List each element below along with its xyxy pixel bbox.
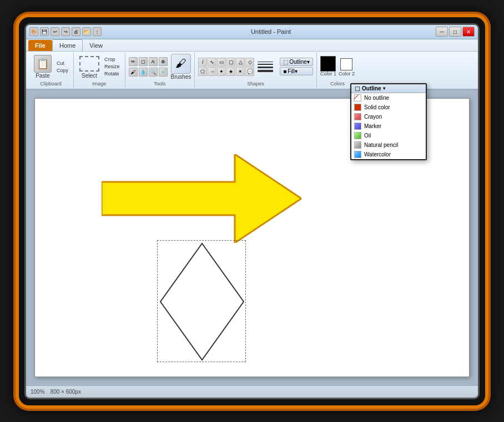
outline-panel: ⬚ Outline ▾ No outline Solid color Crayo… [350, 83, 427, 160]
fill-icon-btn: ■ [283, 68, 286, 74]
rotate-button[interactable]: Rotate [103, 70, 122, 77]
print-icon-btn[interactable]: 🖨 [72, 27, 80, 36]
crayon-label: Crayon [364, 114, 382, 120]
brushes-group: 🖌 Brushes [171, 54, 191, 80]
star6-shape[interactable]: ✶ [236, 67, 245, 76]
star5-shape[interactable]: ★ [226, 67, 235, 76]
text-icon[interactable]: A [149, 57, 158, 66]
color2-swatch[interactable] [340, 58, 352, 70]
oil-label: Oil [364, 133, 371, 139]
marker-label: Marker [364, 123, 381, 129]
pencil-icon[interactable]: ✏ [129, 57, 138, 66]
watercolor-label: Watercolor [364, 151, 391, 157]
color-group: Color 1 Color 2 Colors [317, 53, 358, 88]
outline-marker[interactable]: Marker [351, 121, 426, 131]
window-title: Untitled - Paint [106, 28, 436, 35]
shapes-items: / ∿ ▭ ▢ △ ◇ ⬠ → ✦ ★ ✶ 💬 [198, 54, 313, 80]
outer-frame: 🎨 💾 ↩ ↪ 🖨 📂 ⋮ Untitled - Paint ─ □ ✕ [19, 17, 485, 405]
triangle-shape[interactable]: △ [236, 58, 245, 67]
paste-button[interactable]: 📋 Paste [32, 54, 54, 80]
fill-icon[interactable]: ⊕ [159, 57, 168, 66]
crop-button[interactable]: Crop [103, 56, 122, 63]
image-items: Select Crop Resize Rotate [77, 54, 122, 80]
maximize-button[interactable]: □ [449, 27, 461, 37]
thickness-2[interactable] [258, 64, 273, 65]
app-icon: 🎨 [29, 27, 38, 36]
arrow-shape[interactable]: → [208, 67, 216, 76]
close-button[interactable]: ✕ [462, 27, 475, 37]
resize-button[interactable]: Resize [103, 63, 122, 70]
tab-view[interactable]: View [83, 40, 109, 51]
thickness-1[interactable] [258, 62, 273, 62]
rect-shape[interactable]: ▭ [217, 58, 226, 67]
svg-marker-0 [102, 154, 301, 243]
paint-icon[interactable]: 🖌 [129, 68, 138, 77]
thickness-4[interactable] [258, 70, 273, 72]
fill-button[interactable]: ■ Fill▾ [280, 67, 313, 75]
rounded-rect-shape[interactable]: ▢ [226, 58, 235, 67]
tab-home[interactable]: Home [52, 39, 83, 51]
yellow-arrow-svg [102, 154, 301, 243]
diamond-shape[interactable]: ◇ [245, 58, 254, 67]
select-icon [79, 56, 99, 72]
pentagon-shape[interactable]: ⬠ [198, 67, 207, 76]
cut-button[interactable]: Cut [55, 60, 70, 67]
outline-solid-color[interactable]: Solid color [351, 103, 426, 112]
zoom-icon[interactable]: 🔍 [149, 68, 158, 77]
tab-file[interactable]: File [28, 40, 52, 51]
no-outline-label: No outline [364, 95, 389, 101]
outline-icon: ⬚ [283, 59, 288, 65]
colors-group-label: Colors [330, 81, 345, 87]
eyedropper-icon[interactable]: 💉 [159, 68, 168, 77]
outline-panel-title: Outline [362, 85, 381, 91]
save-icon-btn[interactable]: 💾 [40, 27, 49, 36]
redo-icon-btn[interactable]: ↪ [61, 27, 70, 36]
svg-marker-1 [160, 243, 244, 360]
misc-icon-btn[interactable]: ⋮ [93, 27, 102, 36]
title-bar: 🎨 💾 ↩ ↪ 🖨 📂 ⋮ Untitled - Paint ─ □ ✕ [26, 25, 478, 39]
paste-label: Paste [36, 73, 50, 79]
outline-no-outline[interactable]: No outline [351, 93, 426, 103]
line-thickness [255, 60, 275, 73]
solid-color-label: Solid color [364, 104, 390, 110]
paste-icon: 📋 [34, 55, 52, 73]
outline-panel-icon: ⬚ [355, 85, 360, 91]
select-label: Select [82, 73, 97, 79]
shapes-group: / ∿ ▭ ▢ △ ◇ ⬠ → ✦ ★ ✶ 💬 [195, 53, 317, 88]
outline-natural-pencil[interactable]: Natural pencil [351, 140, 426, 150]
status-dimensions: 800 × 600px [51, 389, 81, 395]
brushes-label: Brushes [171, 74, 191, 80]
outline-oil[interactable]: Oil [351, 131, 426, 140]
status-bar: 100% 800 × 600px [26, 385, 478, 398]
spray-icon[interactable]: 💧 [139, 68, 148, 77]
star4-shape[interactable]: ✦ [217, 67, 226, 76]
open-icon-btn[interactable]: 📂 [82, 27, 91, 36]
color1-swatch[interactable] [320, 56, 336, 72]
curve-shape[interactable]: ∿ [208, 58, 216, 67]
outline-crayon[interactable]: Crayon [351, 112, 426, 121]
status-info: 100% [31, 389, 45, 395]
undo-icon-btn[interactable]: ↩ [51, 27, 59, 36]
line-shape[interactable]: / [198, 58, 207, 67]
color2-label: Color 2 [339, 72, 355, 77]
watercolor-swatch [354, 151, 361, 158]
inner-frame: 🎨 💾 ↩ ↪ 🖨 📂 ⋮ Untitled - Paint ─ □ ✕ [24, 23, 480, 399]
marker-swatch [354, 123, 361, 130]
cut-copy-buttons: Cut Copy [55, 60, 70, 74]
image-tools: Crop Resize Rotate [103, 56, 122, 77]
eraser-icon[interactable]: ◻ [139, 57, 148, 66]
tools-group: ✏ ◻ A ⊕ 🖌 💧 🔍 💉 [125, 53, 195, 88]
tools-label: Tools [154, 81, 165, 87]
diamond-selection-box [157, 240, 246, 362]
outline-panel-header: ⬚ Outline ▾ [351, 84, 426, 93]
minimize-button[interactable]: ─ [436, 27, 448, 37]
copy-button[interactable]: Copy [55, 67, 70, 74]
outline-watercolor[interactable]: Watercolor [351, 150, 426, 159]
callout-shape[interactable]: 💬 [245, 67, 254, 76]
fill-text: Fill▾ [288, 68, 298, 74]
title-bar-icons: 🎨 💾 ↩ ↪ 🖨 📂 ⋮ [29, 27, 102, 36]
thickness-3[interactable] [258, 67, 273, 68]
image-group: Select Crop Resize Rotate Image [74, 53, 125, 88]
brushes-button[interactable]: 🖌 [171, 54, 191, 74]
outline-button[interactable]: ⬚ Outline▾ [280, 58, 313, 66]
